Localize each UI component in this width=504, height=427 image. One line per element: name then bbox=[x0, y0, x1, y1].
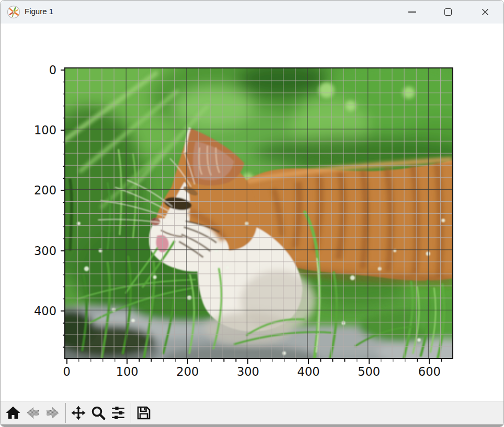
x-tick-label: 300 bbox=[237, 365, 259, 378]
minimize-icon bbox=[408, 11, 416, 13]
maximize-button[interactable] bbox=[437, 2, 460, 22]
y-major-tick bbox=[61, 310, 65, 311]
window-title: Figure 1 bbox=[25, 7, 53, 16]
y-minor-tick bbox=[63, 94, 65, 94]
y-minor-tick bbox=[63, 226, 65, 227]
x-minor-tick bbox=[272, 359, 272, 362]
y-minor-tick bbox=[63, 262, 65, 263]
pan-icon bbox=[71, 405, 86, 421]
x-minor-tick bbox=[284, 359, 284, 362]
x-minor-tick bbox=[199, 359, 200, 362]
back-button bbox=[23, 403, 43, 423]
back-arrow-icon bbox=[25, 405, 41, 421]
x-major-tick bbox=[247, 359, 248, 364]
zoom-magnifier-icon bbox=[90, 405, 106, 421]
y-minor-tick bbox=[63, 299, 65, 299]
x-minor-tick bbox=[78, 359, 79, 362]
y-tick-label: 0 bbox=[2, 63, 56, 77]
home-button[interactable] bbox=[3, 403, 23, 423]
x-minor-tick bbox=[102, 359, 103, 362]
navigation-toolbar bbox=[1, 401, 503, 424]
title-bar[interactable]: Figure 1 bbox=[1, 1, 503, 24]
forward-arrow-icon bbox=[45, 405, 61, 421]
x-minor-tick bbox=[236, 359, 236, 362]
y-minor-tick bbox=[63, 166, 65, 167]
figure-window: Figure 1 bbox=[0, 0, 504, 427]
toolbar-separator bbox=[131, 403, 131, 423]
figure-canvas[interactable]: 01002003004005006000100200300400 bbox=[1, 24, 503, 401]
y-minor-tick bbox=[63, 274, 65, 275]
x-minor-tick bbox=[357, 359, 357, 362]
x-minor-tick bbox=[175, 359, 176, 362]
matplotlib-logo-icon bbox=[7, 5, 20, 19]
y-minor-tick bbox=[63, 106, 65, 106]
x-minor-tick bbox=[320, 359, 321, 362]
forward-button bbox=[43, 403, 63, 423]
x-minor-tick bbox=[441, 359, 442, 362]
x-tick-label: 100 bbox=[116, 365, 139, 378]
y-tick-label: 200 bbox=[2, 183, 56, 197]
y-minor-tick bbox=[63, 142, 65, 142]
x-tick-label: 500 bbox=[358, 365, 380, 378]
sliders-icon bbox=[110, 405, 126, 421]
x-minor-tick bbox=[405, 359, 405, 362]
x-minor-tick bbox=[151, 359, 152, 362]
x-major-tick bbox=[429, 359, 430, 364]
y-minor-tick bbox=[63, 214, 65, 215]
x-minor-tick bbox=[163, 359, 164, 362]
x-major-tick bbox=[308, 359, 309, 364]
x-minor-tick bbox=[296, 359, 296, 362]
y-major-tick bbox=[61, 130, 65, 131]
x-tick-label: 200 bbox=[176, 365, 199, 378]
pan-button[interactable] bbox=[68, 403, 88, 423]
x-minor-tick bbox=[417, 359, 418, 362]
y-minor-tick bbox=[63, 82, 65, 82]
maximize-icon bbox=[444, 8, 452, 16]
save-floppy-icon bbox=[136, 405, 152, 421]
x-minor-tick bbox=[139, 359, 140, 362]
x-minor-tick bbox=[345, 359, 345, 362]
x-minor-tick bbox=[211, 359, 212, 362]
x-major-tick bbox=[66, 359, 67, 364]
y-minor-tick bbox=[63, 323, 65, 324]
y-minor-tick bbox=[63, 238, 65, 239]
cat-photo-image bbox=[65, 68, 452, 358]
y-major-tick bbox=[61, 250, 65, 251]
x-tick-label: 600 bbox=[418, 365, 441, 378]
y-minor-tick bbox=[63, 202, 65, 203]
x-minor-tick bbox=[114, 359, 115, 362]
configure-subplots-button[interactable] bbox=[108, 403, 128, 423]
x-minor-tick bbox=[393, 359, 393, 362]
x-major-tick bbox=[187, 359, 188, 364]
home-icon bbox=[5, 405, 21, 421]
y-tick-label: 100 bbox=[2, 123, 56, 137]
y-minor-tick bbox=[63, 286, 65, 287]
y-minor-tick bbox=[63, 335, 65, 336]
save-button[interactable] bbox=[134, 403, 154, 423]
window-bottom-edge bbox=[1, 424, 503, 427]
x-minor-tick bbox=[381, 359, 381, 362]
plot-axes[interactable]: 01002003004005006000100200300400 bbox=[64, 67, 453, 359]
close-button[interactable] bbox=[474, 2, 497, 22]
x-minor-tick bbox=[90, 359, 91, 362]
x-major-tick bbox=[127, 359, 128, 364]
x-tick-label: 400 bbox=[297, 365, 320, 378]
zoom-button[interactable] bbox=[88, 403, 108, 423]
y-minor-tick bbox=[63, 178, 65, 179]
x-minor-tick bbox=[224, 359, 224, 362]
x-minor-tick bbox=[260, 359, 260, 362]
x-major-tick bbox=[369, 359, 370, 364]
close-icon bbox=[481, 8, 489, 16]
y-tick-label: 400 bbox=[2, 304, 56, 318]
toolbar-separator bbox=[65, 403, 66, 423]
y-tick-label: 300 bbox=[2, 244, 56, 258]
minimize-button[interactable] bbox=[400, 2, 423, 22]
x-minor-tick bbox=[333, 359, 333, 362]
y-major-tick bbox=[61, 190, 65, 191]
x-tick-label: 0 bbox=[63, 365, 70, 378]
y-major-tick bbox=[61, 70, 65, 71]
y-minor-tick bbox=[63, 154, 65, 155]
y-minor-tick bbox=[63, 118, 65, 118]
y-minor-tick bbox=[63, 347, 65, 348]
